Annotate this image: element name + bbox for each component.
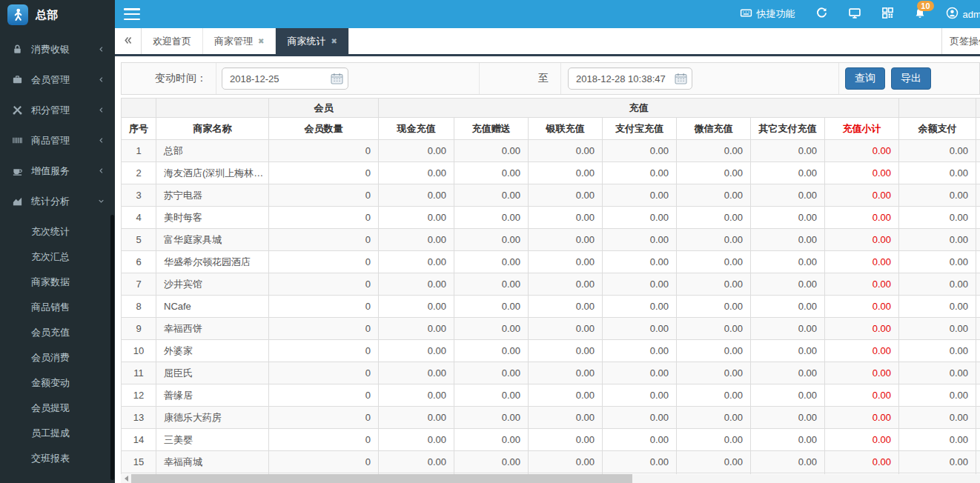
cell-unionpay-recharge: 0.00 [529,407,603,429]
cell-index: 9 [122,318,156,340]
column-header-cash-recharge: 现金充值 [379,118,454,140]
cell-balance-pay: 0.00 [899,429,976,451]
cell-wechat-recharge: 0.00 [677,384,751,407]
cell-unionpay-recharge: 0.00 [529,251,603,273]
date-to-input[interactable] [568,67,692,90]
horizontal-scrollbar [121,474,980,483]
scroll-left-arrow[interactable] [121,474,131,483]
tab-merchant-management[interactable]: 商家管理✖ [203,28,276,54]
cell-unionpay-recharge: 0.00 [529,184,603,207]
cell-alipay-recharge: 0.00 [603,229,677,251]
cell-gift-recharge: 0.00 [454,362,529,384]
cell-alipay-recharge: 0.00 [603,451,677,473]
shortcut-functions-button[interactable]: 快捷功能 [740,7,795,21]
date-from-input[interactable] [222,67,348,90]
submenu-item-member-withdraw[interactable]: 会员提现 [0,396,115,421]
cell-cash-recharge: 0.00 [379,184,454,207]
cell-gift-recharge: 0.00 [454,429,529,451]
cell-cut [976,318,980,340]
cell-gift-recharge: 0.00 [454,296,529,318]
cell-unionpay-recharge: 0.00 [529,384,603,407]
cell-recharge-subtotal: 0.00 [825,318,899,340]
cell-cut [976,184,980,207]
tab-operations-dropdown[interactable]: 页签操作 [941,28,980,54]
tab-merchant-statistics[interactable]: 商家统计✖ [276,28,348,54]
calendar-icon[interactable] [675,73,687,84]
briefcase-icon [12,74,25,85]
cell-cut [976,451,980,473]
user-avatar-icon [946,7,959,21]
sidebar-item-consume-cashier[interactable]: 消费收银 [0,34,115,64]
cell-unionpay-recharge: 0.00 [529,429,603,451]
collapse-tabs-button[interactable] [115,28,142,54]
qrcode-button[interactable] [881,7,894,21]
column-header-balance-pay: 余额支付 [899,118,976,140]
submenu-item-member-consume[interactable]: 会员消费 [0,345,115,370]
chevron-left-icon [98,46,105,53]
notification-badge: 10 [917,1,933,11]
cell-alipay-recharge: 0.00 [603,340,677,362]
table-row: 4美时每客00.000.000.000.000.000.000.000.00 [122,207,980,229]
cell-merchant-name: 三美婴 [156,429,269,451]
sidebar-item-member-management[interactable]: 会员管理 [0,64,115,95]
cell-cash-recharge: 0.00 [379,384,454,407]
cell-unionpay-recharge: 0.00 [529,340,603,362]
cell-member-count: 0 [269,229,379,251]
cell-cash-recharge: 0.00 [379,207,454,229]
cell-gift-recharge: 0.00 [454,251,529,273]
double-chevron-left-icon [123,35,133,48]
sidebar-item-value-added-service[interactable]: 增值服务 [0,156,115,186]
query-button[interactable]: 查询 [845,67,885,90]
submenu-item-member-recharge[interactable]: 会员充值 [0,320,115,345]
submenu-item-merchant-data[interactable]: 商家数据 [0,270,115,295]
group-header-empty [899,99,976,118]
submenu-item-shift-report[interactable]: 交班报表 [0,446,115,471]
close-tab-icon[interactable]: ✖ [331,38,337,45]
logo-row: 总部 [0,0,115,30]
user-menu[interactable]: admin [946,7,980,21]
sidebar-scrollbar-thumb[interactable] [110,215,114,480]
sidebar-item-points-management[interactable]: 积分管理 [0,95,115,125]
close-tab-icon[interactable]: ✖ [258,38,264,45]
horizontal-scrollbar-thumb[interactable] [131,474,632,483]
cell-alipay-recharge: 0.00 [603,184,677,207]
cell-cut [976,407,980,429]
export-button[interactable]: 导出 [891,67,931,90]
cell-index: 14 [122,429,156,451]
submenu-item-recharge-times-summary[interactable]: 充次汇总 [0,244,115,270]
cell-alipay-recharge: 0.00 [603,251,677,273]
group-header-empty [122,99,156,118]
fullscreen-button[interactable] [848,7,861,21]
sidebar-item-goods-management[interactable]: 商品管理 [0,125,115,156]
cell-merchant-name: 华盛希尔顿花园酒店 [156,251,269,273]
tab-welcome[interactable]: 欢迎首页 [142,28,203,54]
cell-cash-recharge: 0.00 [379,251,454,273]
sidebar-item-statistics-analysis[interactable]: 统计分析 [0,186,115,216]
hamburger-menu-icon[interactable] [124,8,140,20]
cell-balance-pay: 0.00 [899,207,976,229]
cell-balance-pay: 0.00 [899,340,976,362]
barcode-icon [12,135,25,146]
sidebar-item-label: 消费收银 [31,43,98,56]
cell-merchant-name: 善缘居 [156,384,269,407]
shortcut-functions-label: 快捷功能 [757,7,795,21]
submenu-item-goods-sales[interactable]: 商品销售 [0,295,115,320]
cell-other-pay-recharge: 0.00 [751,407,825,429]
submenu-item-recharge-times-stats[interactable]: 充次统计 [0,219,115,244]
cell-cut [976,162,980,184]
calendar-icon[interactable] [331,73,343,84]
cell-balance-pay: 0.00 [899,451,976,473]
sidebar-item-label: 增值服务 [31,164,98,178]
cell-index: 4 [122,207,156,229]
coffee-cup-icon [12,165,25,176]
qrcode-icon [881,7,894,21]
submenu-item-amount-change[interactable]: 金额变动 [0,370,115,396]
submenu-item-staff-commission[interactable]: 员工提成 [0,421,115,446]
date-from-cell [216,63,479,94]
refresh-button[interactable] [815,7,828,21]
main-column: 快捷功能 10 admin [115,0,980,483]
cell-cut [976,207,980,229]
notifications-button[interactable]: 10 [914,7,926,21]
cell-member-count: 0 [269,251,379,273]
table-row: 15幸福商城00.000.000.000.000.000.000.000.00 [122,451,980,473]
